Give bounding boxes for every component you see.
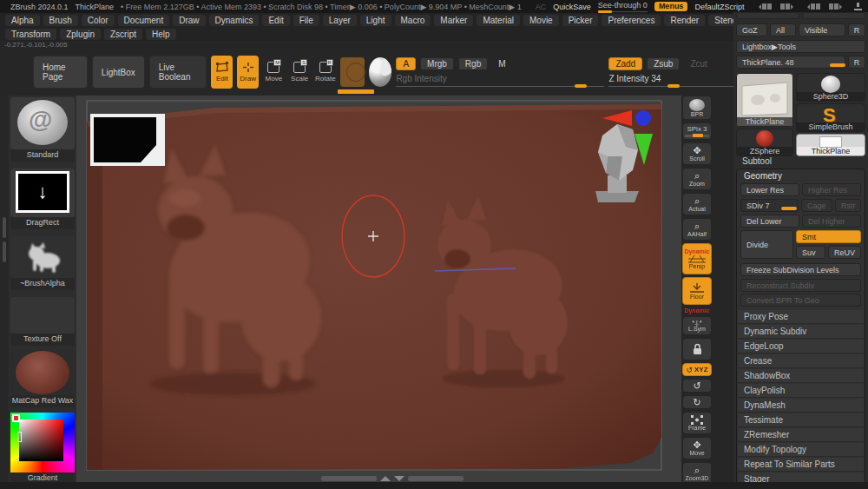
menu-color[interactable]: Color [82, 15, 115, 26]
spix-slider[interactable]: SPix 3 [682, 122, 712, 140]
live-boolean-button[interactable]: Live Boolean [149, 56, 207, 89]
palette-left-icon[interactable] [805, 3, 820, 10]
del-lower-button[interactable]: Del Lower [740, 215, 799, 228]
saturation-value-box[interactable] [19, 420, 63, 461]
section-shadowbox[interactable]: ShadowBox [738, 369, 864, 383]
current-brush-thumb[interactable] [10, 97, 75, 149]
menu-layer[interactable]: Layer [323, 15, 357, 26]
rotate-mode-button[interactable]: R Rotate [314, 56, 336, 89]
move-3d-button[interactable]: ✥ Move [682, 437, 712, 459]
rotate-xyz-button[interactable]: ↺XYZ [682, 363, 712, 376]
del-higher-button[interactable]: Del Higher [802, 215, 861, 228]
mrgb-button[interactable]: Mrgb [420, 57, 454, 70]
menu-edit[interactable]: Edit [262, 15, 289, 26]
menu-light[interactable]: Light [360, 15, 391, 26]
menu-alpha[interactable]: Alpha [5, 15, 40, 26]
section-crease[interactable]: Crease [738, 354, 864, 368]
z-axis-icon[interactable] [635, 110, 651, 126]
left-tray-scrollbar[interactable] [0, 96, 9, 489]
current-texture-thumb[interactable] [10, 297, 75, 334]
clipped-button[interactable] [802, 12, 865, 19]
palette-right-icon[interactable] [829, 3, 845, 10]
menu-file[interactable]: File [293, 15, 319, 26]
scroll-bar-right[interactable] [408, 476, 464, 481]
minimize-icon[interactable] [853, 3, 863, 10]
menu-brush[interactable]: Brush [43, 15, 78, 26]
z-intensity-slider[interactable]: Z Intensity 34 [608, 74, 734, 87]
color-picker[interactable] [10, 413, 75, 472]
r-button-slider[interactable]: R [848, 56, 865, 69]
transparency-lock-button[interactable] [682, 338, 712, 360]
convert-bpr-button[interactable]: Convert BPR To Geo [740, 294, 861, 307]
visible-button[interactable]: Visible [799, 23, 845, 36]
thickplane-slider-handle[interactable] [830, 63, 845, 67]
menus-button[interactable]: Menus [654, 2, 688, 11]
rotate-y-button[interactable]: ↺ [682, 379, 712, 393]
menu-dynamics[interactable]: Dynamics [209, 15, 260, 26]
bpr-button[interactable]: BPR [682, 96, 712, 120]
menu-marker[interactable]: Marker [434, 15, 473, 26]
section-dynamic-subdiv[interactable]: Dynamic Subdiv [738, 325, 864, 339]
rstr-button[interactable]: Rstr [835, 199, 861, 212]
tool-thumb-sphere3d[interactable]: Sphere3D [796, 73, 865, 102]
tool-thumb-thickplane-selected[interactable]: ThickPlane [796, 134, 865, 156]
rotate-z-button[interactable]: ↻ [682, 395, 712, 409]
tool-thumb-thickplane-large[interactable]: ThickPlane [736, 73, 793, 127]
current-material-icon[interactable] [369, 57, 391, 87]
menu-movie[interactable]: Movie [523, 15, 559, 26]
quicksave-button[interactable]: QuickSave [553, 3, 591, 11]
spix-handle[interactable] [693, 134, 703, 137]
suv-toggle[interactable]: Suv [796, 246, 825, 259]
tool-thumb-simplebrush[interactable]: S SimpleBrush [796, 103, 865, 132]
menu-document[interactable]: Document [118, 15, 170, 26]
lightbox-tools-button[interactable]: Lightbox▶Tools [736, 40, 865, 53]
cage-button[interactable]: Cage [801, 199, 832, 212]
menu-picker[interactable]: Picker [562, 15, 599, 26]
rgb-intensity-handle[interactable] [575, 84, 587, 88]
divider-right-icon[interactable] [780, 3, 796, 10]
see-through-slider[interactable]: See-through 0 [598, 1, 648, 12]
scroll-bar-left[interactable] [321, 476, 377, 481]
all-button[interactable]: All [770, 23, 796, 36]
geometry-header[interactable]: Geometry [744, 171, 782, 181]
lightbox-button[interactable]: LightBox [92, 56, 145, 89]
menu-zscript[interactable]: Zscript [104, 29, 142, 40]
reconstruct-subdiv-button[interactable]: Reconstruct Subdiv [740, 279, 861, 292]
menu-zplugin[interactable]: Zplugin [60, 29, 101, 40]
section-edgeloop[interactable]: EdgeLoop [738, 340, 864, 354]
persp-button[interactable]: Dynamic Persp [682, 243, 712, 274]
higher-res-button[interactable]: Higher Res [802, 183, 861, 196]
tool-thumb-zsphere[interactable]: ZSphere [736, 129, 793, 156]
collapse-down-icon[interactable] [394, 476, 404, 481]
rgb-intensity-slider[interactable]: Rgb Intensity [396, 74, 604, 87]
zadd-button[interactable]: Zadd [608, 57, 642, 70]
menu-transform[interactable]: Transform [5, 29, 56, 40]
section-repeat-to-similar[interactable]: Repeat To Similar Parts [738, 458, 864, 472]
z-intensity-handle[interactable] [667, 84, 680, 88]
current-stroke-thumb[interactable]: ↓ [10, 169, 75, 217]
clipped-button[interactable] [736, 12, 799, 19]
current-stroke-icon[interactable] [340, 57, 365, 87]
scale-mode-button[interactable]: S Scale [289, 56, 311, 89]
section-zremesher[interactable]: ZRemesher [738, 428, 864, 442]
home-page-button[interactable]: Home Page [33, 56, 88, 89]
draw-mode-button[interactable]: Draw [237, 56, 259, 89]
divider-left-icon[interactable] [756, 3, 772, 10]
goz-button[interactable]: GoZ [736, 23, 767, 36]
document-canvas[interactable] [76, 96, 681, 482]
sdiv-handle[interactable] [781, 207, 797, 210]
floor-button[interactable]: Floor [682, 277, 712, 305]
freeze-subdivision-button[interactable]: Freeze SubDivision Levels [740, 263, 861, 276]
menu-render[interactable]: Render [664, 15, 705, 26]
zoom-button[interactable]: ⌕ Zoom [682, 168, 712, 190]
zsub-button[interactable]: Zsub [647, 57, 680, 70]
current-alpha-thumb[interactable] [10, 236, 75, 278]
menu-material[interactable]: Material [477, 15, 520, 26]
edit-mode-button[interactable]: Edit [211, 56, 233, 89]
sdiv-slider[interactable]: SDiv 7 [740, 199, 799, 212]
subtool-section-header[interactable]: Subtool [742, 156, 772, 166]
zcut-button[interactable]: Zcut [684, 57, 713, 70]
local-symmetry-button[interactable]: *.|.* L.Sym [682, 316, 712, 335]
expand-up-icon[interactable] [380, 476, 391, 481]
frame-button[interactable]: Frame [682, 412, 712, 434]
